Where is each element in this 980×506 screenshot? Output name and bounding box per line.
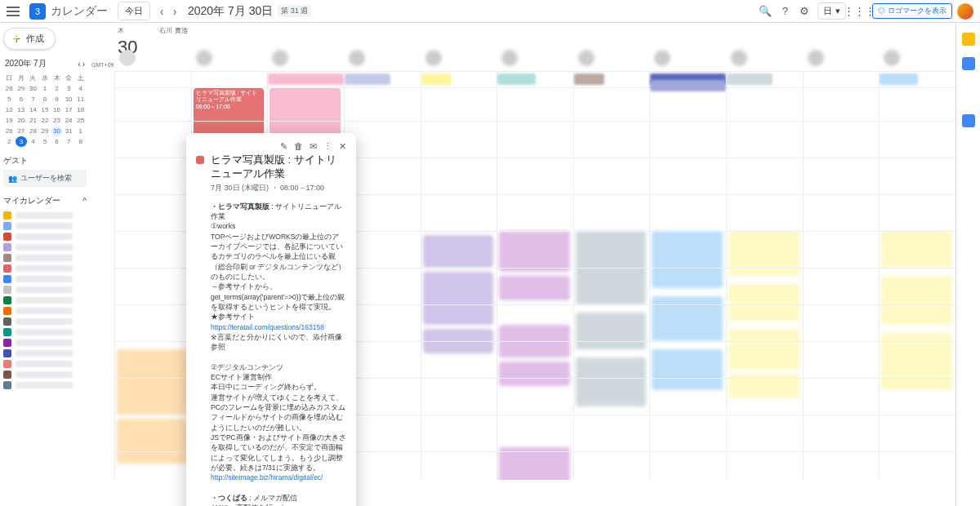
allday-event[interactable] (574, 73, 604, 85)
minical-day[interactable]: 11 (74, 94, 87, 104)
day-column[interactable] (421, 88, 497, 480)
create-button[interactable]: + 作成 (3, 28, 56, 50)
close-icon[interactable]: ✕ (339, 141, 346, 152)
calendar-checkbox[interactable] (3, 307, 11, 315)
calendar-list-item[interactable] (3, 307, 87, 315)
day-column[interactable] (879, 88, 956, 480)
calendar-list-item[interactable] (3, 286, 87, 294)
minical-day[interactable]: 6 (51, 136, 63, 147)
calendar-list-item[interactable] (3, 233, 87, 241)
calendar-list-item[interactable] (3, 339, 87, 347)
calendar-checkbox[interactable] (3, 233, 11, 241)
calendar-checkbox[interactable] (3, 339, 11, 347)
minical-day[interactable]: 3 (63, 83, 75, 94)
resource-column-header[interactable] (344, 23, 421, 71)
calendar-list-item[interactable] (3, 371, 87, 379)
calendar-event[interactable] (576, 313, 647, 349)
minical-day[interactable]: 3 (16, 136, 28, 147)
day-column[interactable] (114, 88, 191, 480)
minical-day[interactable]: 15 (39, 104, 51, 115)
view-switcher[interactable]: 日▾ (817, 2, 846, 20)
resource-column-header[interactable] (497, 23, 573, 71)
next-day-button[interactable]: › (168, 5, 181, 18)
guest-search-input[interactable]: 👥 ユーザーを検索 (3, 170, 87, 187)
calendar-list-item[interactable] (3, 328, 87, 336)
minical-day[interactable]: 1 (74, 126, 87, 136)
allday-event[interactable] (421, 73, 452, 85)
minical-day[interactable]: 1 (39, 83, 51, 94)
allday-event[interactable] (727, 73, 773, 85)
calendar-event[interactable] (117, 419, 188, 464)
calendar-list-item[interactable] (3, 381, 87, 389)
minical-day[interactable]: 24 (63, 115, 75, 126)
minical-day[interactable]: 29 (39, 126, 51, 136)
calendar-list-item[interactable] (3, 349, 87, 357)
calendar-list-item[interactable] (3, 360, 87, 368)
minical-day[interactable]: 21 (27, 115, 39, 126)
calendar-list-item[interactable] (3, 296, 87, 304)
resource-column-header[interactable] (649, 23, 726, 71)
account-avatar[interactable] (957, 3, 973, 20)
calendar-event[interactable] (728, 284, 800, 321)
resource-column-header[interactable] (267, 23, 344, 71)
day-column[interactable] (497, 88, 573, 480)
mini-calendar[interactable]: 日月火水木金土282930123456789101112131415161718… (3, 73, 87, 147)
minical-day[interactable]: 4 (27, 136, 39, 147)
calendar-checkbox[interactable] (3, 286, 11, 294)
allday-event[interactable] (268, 73, 344, 85)
calendar-checkbox[interactable] (3, 211, 11, 220)
minical-day[interactable]: 13 (16, 104, 28, 115)
minical-day[interactable]: 12 (3, 104, 16, 115)
prev-day-button[interactable]: ‹ (155, 5, 168, 18)
minical-day[interactable]: 8 (39, 94, 51, 104)
minical-day[interactable]: 6 (16, 94, 28, 104)
minical-day[interactable]: 2 (3, 136, 16, 147)
day-column[interactable] (803, 88, 880, 480)
day-column[interactable] (726, 88, 803, 480)
allday-event[interactable] (345, 73, 390, 85)
mail-icon[interactable]: ✉ (310, 141, 317, 152)
minical-day[interactable]: 14 (27, 104, 39, 115)
edit-icon[interactable]: ✎ (280, 141, 287, 152)
settings-gear-icon[interactable]: ⚙ (796, 3, 813, 20)
calendar-list-item[interactable] (3, 264, 87, 273)
day-column[interactable] (573, 88, 650, 480)
calendar-list-item[interactable] (3, 243, 87, 251)
calendar-checkbox[interactable] (3, 222, 11, 230)
calendar-list-item[interactable] (3, 254, 87, 262)
minical-day[interactable]: 7 (63, 136, 75, 147)
menu-icon[interactable] (7, 3, 23, 20)
calendar-event[interactable] (499, 447, 570, 480)
calendar-event[interactable] (652, 231, 723, 288)
calendar-checkbox[interactable] (3, 275, 11, 283)
minical-day[interactable]: 22 (39, 115, 51, 126)
minical-day[interactable]: 25 (74, 115, 87, 126)
minical-day[interactable]: 23 (51, 115, 63, 126)
calendar-checkbox[interactable] (3, 371, 11, 379)
minical-day[interactable]: 5 (3, 94, 16, 104)
calendar-checkbox[interactable] (3, 360, 11, 368)
search-icon[interactable]: 🔍 (757, 3, 773, 20)
allday-event[interactable] (880, 73, 917, 85)
calendar-event[interactable] (499, 362, 570, 386)
minical-day[interactable]: 27 (16, 126, 28, 136)
day-column[interactable] (649, 88, 726, 480)
minical-day[interactable]: 30 (51, 126, 63, 136)
calendar-event[interactable] (652, 349, 723, 390)
minical-day[interactable]: 7 (27, 94, 39, 104)
resource-column-header[interactable] (573, 23, 650, 71)
calendar-list-item[interactable] (3, 317, 87, 326)
minical-day[interactable]: 20 (16, 115, 28, 126)
resource-column-header[interactable]: 木30石川 貴浩 (114, 23, 191, 71)
calendar-event[interactable] (423, 235, 494, 268)
calendar-event[interactable] (576, 357, 647, 406)
calendar-checkbox[interactable] (3, 296, 11, 304)
calendar-event[interactable] (499, 304, 570, 321)
minical-day[interactable]: 29 (16, 83, 28, 94)
minical-day[interactable]: 28 (3, 83, 16, 94)
calendar-checkbox[interactable] (3, 254, 11, 262)
minical-day[interactable]: 2 (51, 83, 63, 94)
minical-next[interactable]: › (82, 60, 85, 69)
delete-icon[interactable]: 🗑 (294, 141, 303, 152)
minical-day[interactable]: 31 (63, 126, 75, 136)
